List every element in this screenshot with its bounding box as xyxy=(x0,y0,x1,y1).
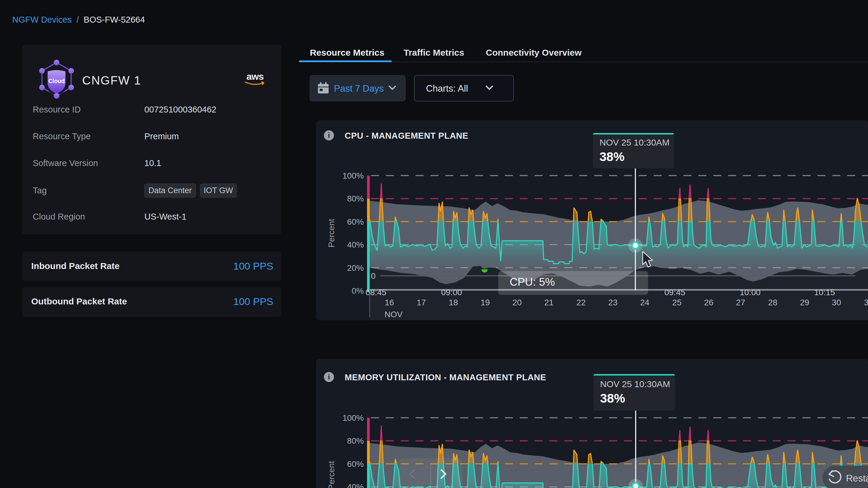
svg-text:25: 25 xyxy=(672,298,681,307)
svg-text:Restart: Restart xyxy=(846,473,868,484)
svg-text:NOV: NOV xyxy=(384,310,403,319)
svg-text:10:15: 10:15 xyxy=(814,288,835,297)
svg-text:23: 23 xyxy=(608,298,617,307)
svg-text:28: 28 xyxy=(768,298,777,307)
svg-text:09:00: 09:00 xyxy=(441,288,462,297)
svg-text:10:00: 10:00 xyxy=(740,288,761,297)
svg-text:21: 21 xyxy=(544,298,553,307)
svg-text:40%: 40% xyxy=(347,482,364,488)
svg-text:30: 30 xyxy=(832,298,841,307)
svg-text:27: 27 xyxy=(736,298,745,307)
svg-text:0%: 0% xyxy=(352,286,364,295)
svg-text:20: 20 xyxy=(512,298,522,307)
svg-text:100%: 100% xyxy=(342,171,364,180)
svg-text:09:45: 09:45 xyxy=(664,288,685,297)
svg-text:08:45: 08:45 xyxy=(366,288,386,297)
svg-text:31: 31 xyxy=(864,298,868,307)
svg-text:19: 19 xyxy=(480,298,490,307)
svg-text:60%: 60% xyxy=(347,459,364,469)
svg-text:20%: 20% xyxy=(347,263,364,272)
svg-text:100%: 100% xyxy=(342,413,364,423)
svg-text:CPU: 5%: CPU: 5% xyxy=(509,276,555,288)
svg-text:aws: aws xyxy=(246,71,264,82)
svg-text:0: 0 xyxy=(371,271,376,281)
svg-text:Percent: Percent xyxy=(327,461,336,488)
svg-text:24: 24 xyxy=(640,298,649,307)
svg-text:80%: 80% xyxy=(347,194,364,203)
svg-text:22: 22 xyxy=(576,298,586,307)
svg-text:26: 26 xyxy=(704,298,713,307)
svg-text:18: 18 xyxy=(448,298,458,307)
svg-text:16: 16 xyxy=(384,298,394,307)
svg-text:40%: 40% xyxy=(347,240,364,249)
svg-text:29: 29 xyxy=(800,298,809,307)
svg-text:Percent: Percent xyxy=(327,219,336,248)
svg-text:80%: 80% xyxy=(347,436,364,446)
svg-text:60%: 60% xyxy=(347,217,364,226)
svg-text:17: 17 xyxy=(416,298,426,307)
svg-text:Cloud: Cloud xyxy=(48,78,65,84)
